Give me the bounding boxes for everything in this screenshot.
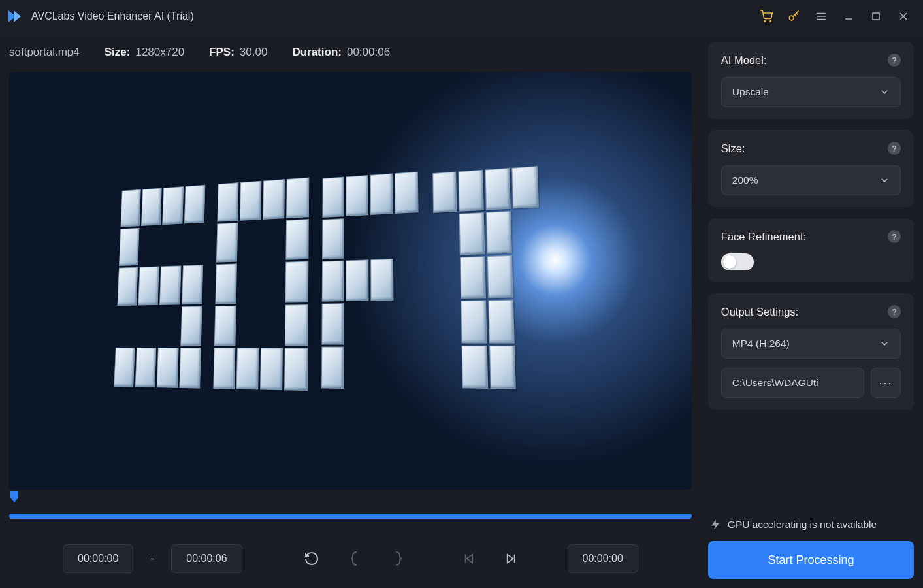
output-format-select[interactable]: MP4 (H.264): [721, 329, 901, 359]
maximize-icon[interactable]: [863, 3, 889, 29]
panel-face-refinement: Face Refinement: ?: [708, 218, 914, 282]
info-duration: Duration: 00:00:06: [292, 46, 390, 59]
panel-size: Size: ? 200%: [708, 130, 914, 207]
svg-marker-11: [466, 555, 472, 563]
help-icon[interactable]: ?: [888, 54, 901, 67]
filename: softportal.mp4: [9, 46, 80, 59]
current-time-display: 00:00:00: [568, 544, 638, 573]
bracket-right-icon[interactable]: [383, 544, 412, 573]
rewind-icon[interactable]: [297, 544, 326, 573]
size-select[interactable]: 200%: [721, 165, 901, 195]
toggle-knob: [723, 255, 736, 269]
help-icon[interactable]: ?: [888, 142, 901, 155]
gpu-status-text: GPU accelerating is not available: [728, 519, 877, 531]
timeline-fill: [9, 514, 692, 519]
info-bar: softportal.mp4 Size: 1280x720 FPS: 30.00…: [0, 33, 701, 72]
titlebar-left: AVCLabs Video Enhancer AI (Trial): [7, 8, 194, 25]
info-fps: FPS: 30.00: [209, 46, 267, 59]
ai-model-value: Upscale: [732, 86, 769, 98]
svg-marker-12: [507, 555, 513, 563]
ai-model-title: AI Model:: [721, 54, 767, 67]
svg-point-1: [770, 21, 771, 22]
sidebar-footer: GPU accelerating is not available Start …: [708, 519, 914, 579]
minimize-icon[interactable]: [835, 3, 862, 29]
main: softportal.mp4 Size: 1280x720 FPS: 30.00…: [0, 33, 923, 588]
size-select-value: 200%: [732, 174, 758, 186]
face-title: Face Refinement:: [721, 231, 806, 243]
svg-point-2: [789, 16, 794, 20]
help-icon[interactable]: ?: [888, 230, 901, 243]
titlebar: AVCLabs Video Enhancer AI (Trial): [0, 0, 923, 33]
start-processing-button[interactable]: Start Processing: [708, 541, 914, 579]
panel-output-settings: Output Settings: ? MP4 (H.264) C:\Users\…: [708, 293, 914, 410]
face-refinement-toggle[interactable]: [721, 253, 754, 270]
app-title: AVCLabs Video Enhancer AI (Trial): [31, 10, 194, 22]
titlebar-right: [753, 3, 916, 29]
info-size: Size: 1280x720: [105, 46, 184, 59]
output-path-display: C:\Users\WDAGUti: [721, 368, 864, 398]
trim-start-input[interactable]: 00:00:00: [63, 544, 133, 573]
size-label: Size:: [105, 46, 131, 59]
help-icon[interactable]: ?: [888, 305, 901, 318]
controls: 00:00:00 - 00:00:06 00:00:00: [0, 529, 701, 588]
panel-ai-model: AI Model: ? Upscale: [708, 42, 914, 119]
output-format-value: MP4 (H.264): [732, 338, 790, 350]
key-icon[interactable]: [781, 3, 807, 29]
timeline-marker-icon[interactable]: [9, 491, 20, 503]
app-logo-icon: [7, 8, 24, 25]
left-area: softportal.mp4 Size: 1280x720 FPS: 30.00…: [0, 33, 704, 588]
svg-point-0: [764, 21, 766, 22]
timeline[interactable]: [0, 490, 701, 529]
duration-label: Duration:: [292, 46, 342, 59]
ai-model-select[interactable]: Upscale: [721, 77, 901, 107]
fps-label: FPS:: [209, 46, 235, 59]
chevron-down-icon: [879, 175, 890, 186]
fps-value: 30.00: [240, 46, 268, 59]
gpu-status: GPU accelerating is not available: [708, 519, 914, 531]
timeline-track[interactable]: [9, 514, 692, 519]
menu-icon[interactable]: [808, 3, 834, 29]
trim-end-input[interactable]: 00:00:06: [171, 544, 242, 573]
preview-content: [114, 145, 598, 411]
size-value: 1280x720: [135, 46, 184, 59]
bolt-icon: [709, 519, 721, 531]
size-title: Size:: [721, 142, 745, 155]
duration-value: 00:00:06: [347, 46, 390, 59]
next-frame-icon[interactable]: [497, 544, 526, 573]
close-icon[interactable]: [890, 3, 916, 29]
right-sidebar: AI Model: ? Upscale Size: ? 200% Face Re…: [704, 33, 923, 588]
svg-rect-7: [873, 13, 879, 20]
output-title: Output Settings:: [721, 306, 798, 318]
trim-dash: -: [148, 552, 157, 566]
prev-frame-icon[interactable]: [454, 544, 483, 573]
video-preview: [9, 72, 692, 490]
chevron-down-icon: [879, 338, 890, 349]
bracket-left-icon[interactable]: [340, 544, 369, 573]
cart-icon[interactable]: [753, 3, 779, 29]
chevron-down-icon: [879, 87, 890, 97]
browse-path-button[interactable]: ···: [871, 368, 901, 398]
